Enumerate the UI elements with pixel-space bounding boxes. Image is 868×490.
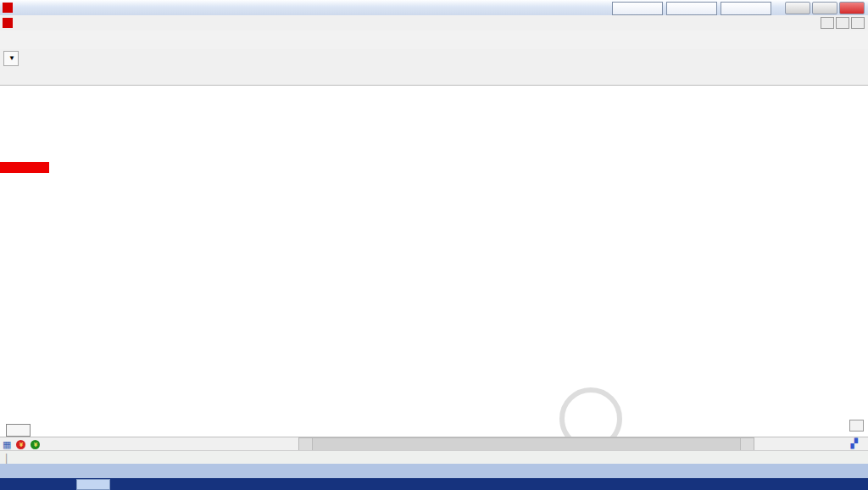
current-price-badge xyxy=(0,162,49,173)
app-logo-icon xyxy=(3,3,13,13)
horizontal-scrollbar[interactable] xyxy=(298,437,754,451)
window-controls xyxy=(785,2,865,14)
grip-handle: | xyxy=(5,452,8,464)
close-button[interactable] xyxy=(839,2,865,14)
scrollbar-thumb[interactable] xyxy=(312,438,741,450)
customer-service-button[interactable] xyxy=(612,2,663,15)
restore-button[interactable] xyxy=(812,2,837,14)
scroll-left-button[interactable] xyxy=(299,438,312,450)
data-received-label: ▞ xyxy=(851,438,860,449)
expand-pane-button[interactable] xyxy=(6,424,31,437)
main-toolbar xyxy=(0,31,868,50)
app-window: ▼ ▦ ¥ ¥ xyxy=(0,0,868,490)
menu-bar xyxy=(0,15,868,31)
title-link-buttons xyxy=(612,2,771,15)
minimize-button[interactable] xyxy=(785,2,810,14)
child-close-button[interactable] xyxy=(851,17,865,29)
icon-toolbar-row1: ▼ xyxy=(0,49,868,68)
taskbar-button[interactable] xyxy=(76,479,110,490)
homepage-button[interactable] xyxy=(721,2,771,15)
calendar-icon[interactable]: ▦ xyxy=(3,439,11,450)
child-minimize-button[interactable] xyxy=(821,17,834,29)
shenzhen-index-icon: ¥ xyxy=(31,440,40,449)
taskbar-strip xyxy=(0,478,868,490)
gann-quote-row xyxy=(0,464,868,478)
collapse-pane-button[interactable] xyxy=(849,420,864,432)
child-restore-button[interactable] xyxy=(836,17,849,29)
menu-logo-icon xyxy=(3,18,13,28)
chart-legend xyxy=(47,97,71,109)
ohlc-info-row: | xyxy=(0,450,868,465)
child-window-controls xyxy=(821,17,865,29)
icon-toolbar-row2 xyxy=(0,67,868,86)
chevron-down-icon: ▼ xyxy=(8,54,15,62)
period-dropdown[interactable]: ▼ xyxy=(3,51,19,66)
scroll-right-button[interactable] xyxy=(741,438,754,450)
mini-chart-icon: ▞ xyxy=(851,438,858,448)
chart-area[interactable] xyxy=(0,85,868,437)
shanghai-index-icon: ¥ xyxy=(16,440,25,449)
candlestick-chart[interactable] xyxy=(0,86,868,437)
forum-button[interactable] xyxy=(666,2,717,15)
